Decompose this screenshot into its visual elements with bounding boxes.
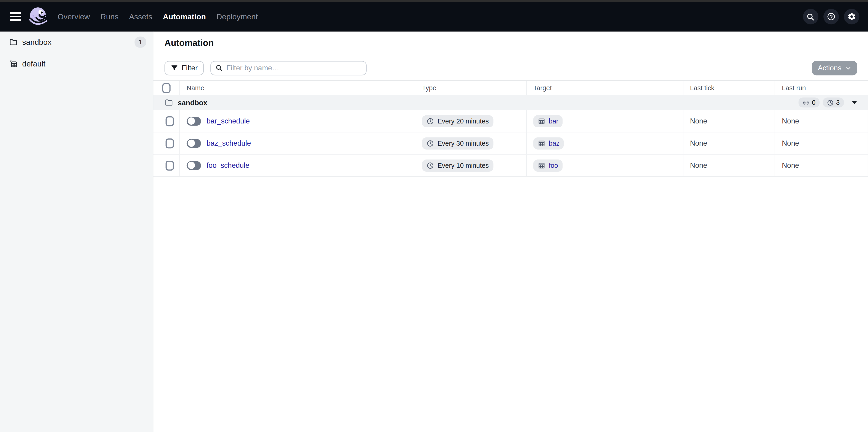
schedule-count-badge: 3	[823, 97, 843, 107]
row-checkbox[interactable]	[166, 116, 174, 126]
last-run-value: None	[775, 155, 868, 176]
search-icon	[215, 64, 222, 71]
sidebar-item-label: default	[22, 59, 146, 68]
target-tag: baz	[533, 137, 564, 149]
table-header-row: Name Type Target Last tick Last run	[153, 81, 868, 95]
select-all-checkbox[interactable]	[162, 83, 170, 93]
filter-button-label: Filter	[182, 64, 197, 72]
page-title: Automation	[164, 38, 214, 48]
automation-table: Name Type Target Last tick Last run sand…	[153, 81, 868, 177]
table-row: bar_schedule Every 20 minutes	[153, 110, 868, 132]
nav-automation[interactable]: Automation	[162, 10, 207, 23]
column-header-last-tick: Last tick	[683, 81, 775, 95]
top-navigation-bar: Overview Runs Assets Automation Deployme…	[0, 2, 868, 32]
table-row: foo_schedule Every 10 minutes	[153, 155, 868, 177]
target-link[interactable]: baz	[549, 140, 559, 147]
column-header-name: Name	[180, 81, 415, 95]
last-tick-value: None	[683, 132, 775, 154]
filter-by-name-input[interactable]	[210, 61, 367, 75]
group-row-sandbox[interactable]: sandbox 0	[153, 95, 868, 110]
dagster-logo	[28, 6, 49, 27]
settings-button[interactable]	[843, 9, 859, 24]
schedule-type-tag: Every 20 minutes	[422, 115, 493, 127]
sidebar-count-badge: 1	[135, 36, 146, 48]
nav-deployment[interactable]: Deployment	[215, 10, 259, 23]
table-icon	[537, 140, 546, 147]
folder-icon	[164, 98, 173, 107]
actions-button-label: Actions	[818, 64, 841, 72]
table-icon	[537, 161, 546, 169]
help-icon	[827, 12, 835, 21]
group-name: sandbox	[178, 98, 207, 106]
collapse-caret-icon[interactable]	[851, 101, 857, 104]
last-run-value: None	[775, 132, 868, 154]
clock-icon	[426, 140, 434, 147]
sensor-count: 0	[812, 98, 816, 106]
column-header-type: Type	[415, 81, 527, 95]
dagster-app: Overview Runs Assets Automation Deployme…	[0, 0, 868, 432]
target-link[interactable]: foo	[549, 161, 558, 169]
schedule-name-link[interactable]: baz_schedule	[207, 139, 251, 147]
main-content: Automation Filter Actions	[153, 32, 868, 432]
sensor-icon	[803, 99, 810, 106]
table-row: baz_schedule Every 30 minutes	[153, 132, 868, 155]
filter-button[interactable]: Filter	[164, 61, 204, 75]
schedule-name-link[interactable]: bar_schedule	[207, 117, 250, 125]
search-icon	[806, 12, 814, 21]
nav-runs[interactable]: Runs	[99, 10, 120, 23]
main-nav: Overview Runs Assets Automation Deployme…	[57, 10, 259, 23]
chevron-down-icon	[845, 65, 851, 71]
nav-overview[interactable]: Overview	[57, 10, 91, 23]
column-header-last-run: Last run	[775, 81, 868, 95]
schedule-type-tag: Every 30 minutes	[422, 137, 493, 149]
target-link[interactable]: bar	[549, 117, 558, 125]
schedule-count: 3	[836, 98, 840, 106]
search-button[interactable]	[803, 9, 818, 24]
stacked-grid-icon	[9, 59, 18, 68]
sidebar-item-sandbox[interactable]: sandbox 1	[0, 32, 153, 53]
nav-assets[interactable]: Assets	[128, 10, 153, 23]
clock-icon	[426, 161, 434, 169]
target-tag: bar	[533, 115, 563, 127]
column-header-target: Target	[527, 81, 683, 95]
help-button[interactable]	[823, 9, 839, 24]
target-tag: foo	[533, 159, 562, 172]
toolbar: Filter Actions	[153, 55, 868, 81]
schedule-name-link[interactable]: foo_schedule	[207, 161, 249, 169]
schedule-type-label: Every 30 minutes	[437, 140, 489, 147]
last-tick-value: None	[683, 155, 775, 176]
schedule-type-tag: Every 10 minutes	[422, 159, 493, 172]
last-tick-value: None	[683, 110, 775, 132]
last-run-value: None	[775, 110, 868, 132]
sensor-count-badge: 0	[799, 97, 819, 107]
sidebar-item-default[interactable]: default	[0, 53, 153, 74]
actions-button[interactable]: Actions	[812, 61, 857, 75]
schedule-type-label: Every 20 minutes	[437, 117, 489, 125]
hamburger-menu-icon[interactable]	[10, 12, 21, 21]
page-header: Automation	[153, 32, 868, 55]
enabled-toggle[interactable]	[187, 161, 201, 169]
clock-icon	[426, 117, 434, 125]
code-location-sidebar: sandbox 1 default	[0, 32, 153, 432]
row-checkbox[interactable]	[166, 160, 174, 170]
window-top-strip	[0, 0, 868, 2]
sidebar-item-label: sandbox	[22, 38, 135, 47]
clock-icon	[827, 99, 834, 106]
row-checkbox[interactable]	[166, 138, 174, 148]
table-icon	[537, 117, 546, 125]
folder-icon	[9, 38, 18, 47]
enabled-toggle[interactable]	[187, 117, 201, 125]
funnel-icon	[170, 64, 178, 72]
enabled-toggle[interactable]	[187, 139, 201, 148]
gear-icon	[847, 12, 856, 21]
search-field-wrap	[210, 61, 367, 75]
schedule-type-label: Every 10 minutes	[437, 161, 489, 169]
